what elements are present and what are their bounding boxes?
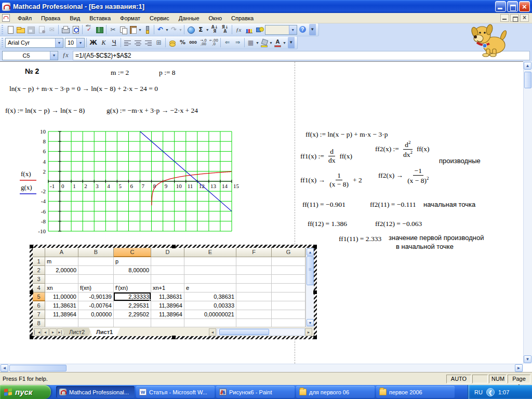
resize-handle[interactable] (172, 245, 176, 248)
row-header-1[interactable]: 1 (33, 257, 45, 266)
cell-E4[interactable]: e (184, 284, 236, 292)
restore-button[interactable] (507, 1, 518, 12)
cell-C6[interactable]: 2,29531 (114, 301, 151, 310)
excel-scroll-down-icon[interactable]: ▼ (307, 319, 314, 326)
first-sheet-button[interactable]: ▏◄ (34, 328, 41, 336)
font-size-combobox[interactable]: 10▼ (65, 38, 85, 48)
indent-decrease-button[interactable]: ⇐ (222, 37, 232, 48)
cell-F6[interactable] (236, 301, 272, 310)
cell-B7[interactable]: 0,00000 (78, 310, 114, 319)
cell-B2[interactable] (78, 266, 114, 275)
cell-A2[interactable]: 2,00000 (45, 266, 78, 275)
new-document-button[interactable] (5, 24, 15, 35)
col-header-G[interactable]: G (272, 248, 305, 257)
align-right-button[interactable] (143, 37, 153, 48)
mdi-restore-button[interactable] (510, 14, 519, 22)
region-g-definition[interactable]: g(x) := −m·x + 3·p → −2·x + 24 (107, 107, 198, 115)
row-header-3[interactable]: 3 (33, 275, 45, 284)
cell-A6[interactable]: 11,38631 (45, 301, 78, 310)
cell-A4[interactable]: xn (45, 284, 78, 292)
cell-D7[interactable]: 11,38964 (151, 310, 184, 319)
region-problem-number[interactable]: № 2 (25, 67, 39, 75)
borders-button[interactable]: ▦▼ (246, 37, 259, 48)
menu-item-6[interactable]: Сервис (145, 14, 174, 23)
menu-item-8[interactable]: Окно (204, 14, 227, 23)
region-ff2-definition[interactable]: ff2(x) := d2 dx2 ff(x) (375, 140, 429, 158)
dropdown-arrow-icon[interactable]: ▼ (165, 28, 169, 32)
paste-button[interactable]: ▼ (129, 24, 142, 35)
cell-B1[interactable] (78, 257, 114, 266)
cell-G8[interactable] (272, 319, 305, 327)
taskbar-task-2[interactable]: Статья - Microsoft W... (136, 386, 215, 398)
cell-D6[interactable]: 11,38964 (151, 301, 184, 310)
start-button[interactable]: пуск (0, 385, 51, 399)
cell-D2[interactable] (151, 266, 184, 275)
cell-B5[interactable]: -0,90139 (78, 292, 114, 301)
name-box-dropdown-icon[interactable]: ▼ (50, 51, 58, 60)
vertical-scrollbar[interactable]: ▲ ▼ (523, 61, 532, 364)
dropdown-arrow-icon[interactable]: ▼ (206, 28, 209, 32)
toolbar-drag-handle[interactable] (2, 38, 3, 47)
cell-E7[interactable]: 0,00000021 (184, 310, 236, 319)
dropdown-arrow-icon[interactable]: ▼ (256, 41, 259, 45)
indent-increase-button[interactable]: ⇒ (233, 37, 243, 48)
col-header-B[interactable]: B (78, 248, 114, 257)
resize-handle[interactable] (30, 245, 33, 248)
zoom-dropdown-icon[interactable]: ▼ (289, 25, 297, 34)
region-ff211-value[interactable]: ff2(11) = −0.111 (370, 201, 416, 209)
resize-handle[interactable] (313, 336, 317, 339)
region-ff12-value[interactable]: ff(12) = 1.386 (308, 220, 347, 228)
cell-E3[interactable] (184, 275, 236, 284)
office-assistant-dog[interactable] (471, 22, 509, 58)
cell-C2[interactable]: 8,00000 (114, 266, 151, 275)
excel-scroll-left-icon[interactable]: ◄ (209, 328, 216, 336)
cell-C1[interactable]: p (114, 257, 151, 266)
sort-asc-button[interactable]: А↓ Я (210, 24, 220, 35)
insert-function-button[interactable]: ƒx (234, 24, 244, 35)
xy-plot[interactable]: -10123456789101112131415108642-2-4-6-8-1… (16, 128, 239, 238)
region-ff1-definition[interactable]: ff1(x) := d dx ff(x) (300, 148, 352, 165)
resize-handle[interactable] (313, 245, 317, 248)
row-header-6[interactable]: 6 (33, 301, 45, 310)
excel-hscroll-track[interactable] (217, 328, 305, 336)
resize-handle[interactable] (313, 290, 317, 294)
taskbar-task-4[interactable]: для первого 06 (296, 386, 375, 398)
cell-C4[interactable]: f'(xn) (114, 284, 151, 292)
prev-sheet-button[interactable]: ◄ (42, 328, 49, 336)
sheet-tab-2[interactable]: Лист1 (89, 328, 120, 336)
toolbar-drag-handle[interactable] (2, 25, 3, 34)
cut-button[interactable]: ✂ (108, 24, 118, 35)
italic-button[interactable]: К (99, 37, 109, 48)
print-button[interactable] (60, 24, 70, 35)
row-header-8[interactable]: 8 (33, 319, 45, 327)
hyperlink-button[interactable] (186, 24, 196, 35)
region-m-definition[interactable]: m := 2 (111, 69, 129, 77)
cell-B3[interactable] (78, 275, 114, 284)
cell-G7[interactable] (272, 310, 305, 319)
align-left-button[interactable] (123, 37, 132, 48)
chart-wizard-button[interactable] (244, 24, 254, 35)
language-indicator[interactable]: RU (474, 389, 483, 395)
horizontal-scroll-thumb[interactable] (9, 365, 66, 371)
menu-item-3[interactable]: Вид (65, 14, 85, 23)
dropdown-arrow-icon[interactable]: ▼ (138, 28, 142, 32)
format-painter-button[interactable] (142, 24, 152, 35)
region-ff1-result[interactable]: ff1(x) → 1(x − 8) + 2 (300, 171, 362, 189)
col-header-D[interactable]: D (151, 248, 184, 257)
decimal-increase-button[interactable]: →,0 ,00 (198, 37, 208, 48)
bold-button[interactable]: Ж (88, 37, 98, 48)
insert-function-icon[interactable]: ƒx (60, 51, 71, 60)
research-button[interactable] (95, 24, 104, 35)
cell-D8[interactable] (151, 319, 184, 327)
cell-G4[interactable] (272, 284, 305, 292)
region-ff11-value[interactable]: ff(11) = −0.901 (302, 201, 345, 209)
font-name-combobox[interactable]: Arial Cyr▼ (5, 38, 63, 48)
region-ff111-value[interactable]: ff1(11) = 2.333 (339, 235, 381, 243)
scroll-left-icon[interactable]: ◄ (1, 364, 8, 372)
cell-G1[interactable] (272, 257, 305, 266)
drawing-button[interactable] (255, 24, 264, 35)
cell-E5[interactable]: 0,38631 (184, 292, 236, 301)
cell-D4[interactable]: xn+1 (151, 284, 184, 292)
cell-E2[interactable] (184, 266, 236, 275)
select-all-corner[interactable] (33, 248, 45, 257)
